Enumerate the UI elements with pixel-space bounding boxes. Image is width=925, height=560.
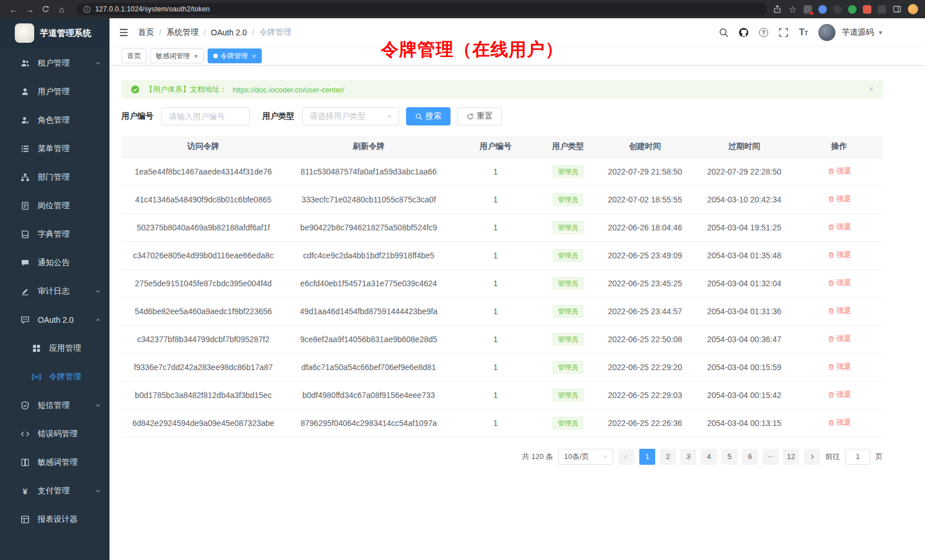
sidebar-toggle-icon[interactable] bbox=[119, 27, 129, 38]
github-icon[interactable] bbox=[739, 27, 749, 38]
goto-page-input[interactable] bbox=[845, 449, 870, 465]
force-logout-button[interactable]: 强退 bbox=[827, 417, 851, 428]
force-logout-button[interactable]: 强退 bbox=[827, 250, 851, 260]
pin-icon[interactable] bbox=[878, 5, 886, 14]
delete-icon bbox=[827, 168, 835, 175]
tab-oauth2-token[interactable]: 令牌管理× bbox=[208, 48, 262, 63]
browser-profile-avatar[interactable] bbox=[908, 4, 918, 14]
sidebar-item-role[interactable]: 角色管理 bbox=[0, 106, 109, 135]
prev-page-button[interactable] bbox=[618, 449, 634, 465]
tab-sensitive-word[interactable]: 敏感词管理× bbox=[150, 48, 204, 63]
create-time-cell: 2022-06-25 22:29:03 bbox=[597, 381, 693, 409]
more-pages-button[interactable] bbox=[762, 449, 778, 465]
page-button-5[interactable]: 5 bbox=[721, 449, 737, 465]
font-size-icon[interactable]: TT bbox=[798, 27, 809, 38]
table-row: 41c41346a548490f9dc8b01c6bfe0865333ecfc7… bbox=[121, 185, 883, 213]
extension-icon[interactable] bbox=[804, 5, 812, 14]
search-icon[interactable] bbox=[719, 27, 729, 38]
next-page-button[interactable] bbox=[804, 449, 820, 465]
tab-label: 令牌管理 bbox=[221, 51, 248, 61]
site-info-icon[interactable] bbox=[83, 6, 91, 13]
force-logout-button[interactable]: 强退 bbox=[827, 166, 851, 176]
tab-home[interactable]: 首页 bbox=[121, 48, 147, 63]
close-icon[interactable]: × bbox=[194, 52, 198, 60]
sidebar-item-pay[interactable]: ¥支付管理 bbox=[0, 477, 109, 505]
sidebar-item-label: 错误码管理 bbox=[38, 429, 78, 439]
force-logout-button[interactable]: 强退 bbox=[827, 222, 851, 232]
breadcrumb-item[interactable]: 首页 bbox=[138, 27, 154, 38]
breadcrumb-item[interactable]: OAuth 2.0 bbox=[211, 28, 247, 37]
sidebar-item-oauth2-token[interactable]: 令牌管理 bbox=[0, 363, 109, 391]
sidebar-item-tenant[interactable]: 租户管理 bbox=[0, 49, 109, 78]
browser-forward-button[interactable]: → bbox=[23, 2, 36, 16]
sidebar-item-label: 通知公告 bbox=[38, 258, 70, 268]
sidebar-item-sensitive-word[interactable]: 敏感词管理 bbox=[0, 448, 109, 477]
table-row: b0d1785bc3a8482f812db4a3f3bd15ecb0df4980… bbox=[121, 381, 883, 409]
address-bar[interactable]: 127.0.0.1:1024/system/oauth2/token bbox=[76, 3, 767, 15]
user-avatar[interactable] bbox=[818, 24, 835, 41]
user-id-cell: 1 bbox=[452, 269, 539, 297]
side-panel-icon[interactable] bbox=[892, 5, 902, 14]
column-header: 访问令牌 bbox=[121, 136, 285, 157]
search-button[interactable]: 搜索 bbox=[406, 107, 451, 125]
close-icon[interactable]: × bbox=[252, 52, 257, 60]
force-logout-button[interactable]: 强退 bbox=[827, 334, 851, 344]
sidebar-item-report[interactable]: 报表设计器 bbox=[0, 505, 109, 534]
force-logout-button[interactable]: 强退 bbox=[827, 389, 851, 400]
token-table: 访问令牌刷新令牌用户编号用户类型创建时间过期时间操作 1ea5e44f8bc14… bbox=[121, 136, 883, 437]
sidebar-item-dict[interactable]: 字典管理 bbox=[0, 220, 109, 249]
force-logout-button[interactable]: 强退 bbox=[827, 278, 851, 288]
user-id-cell: 1 bbox=[452, 353, 539, 381]
sidebar-item-menu[interactable]: 菜单管理 bbox=[0, 135, 109, 163]
page-button-6[interactable]: 6 bbox=[742, 449, 758, 465]
page-button-12[interactable]: 12 bbox=[783, 449, 799, 465]
browser-reload-button[interactable] bbox=[39, 2, 52, 16]
breadcrumb: 首页/系统管理/OAuth 2.0/令牌管理 bbox=[138, 27, 291, 38]
page-button-1[interactable]: 1 bbox=[639, 449, 655, 465]
bookmark-star-icon[interactable]: ☆ bbox=[788, 5, 797, 14]
sidebar-item-dept[interactable]: 部门管理 bbox=[0, 163, 109, 192]
force-logout-button[interactable]: 强退 bbox=[827, 362, 851, 372]
fullscreen-icon[interactable] bbox=[778, 27, 789, 38]
delete-icon bbox=[827, 279, 835, 287]
doc-link[interactable]: https://doc.iocoder.cn/user-center/ bbox=[233, 86, 344, 94]
sidebar-item-oauth2[interactable]: OAuth 2.0 bbox=[0, 306, 109, 334]
role-icon bbox=[21, 116, 30, 125]
sidebar-item-error-code[interactable]: 错误码管理 bbox=[0, 420, 109, 448]
reset-button[interactable]: 重置 bbox=[457, 107, 502, 125]
force-logout-button[interactable]: 强退 bbox=[827, 306, 851, 316]
page-size-select[interactable]: 10条/页 bbox=[558, 449, 613, 465]
browser-home-button[interactable]: ⌂ bbox=[55, 2, 68, 16]
page-button-3[interactable]: 3 bbox=[680, 449, 696, 465]
user-type-badge: 管理员 bbox=[553, 417, 583, 429]
alert-close-icon[interactable]: × bbox=[869, 84, 874, 95]
sidebar-item-post[interactable]: 岗位管理 bbox=[0, 192, 109, 220]
question-icon[interactable]: ? bbox=[758, 27, 769, 38]
annotation-overlay: 令牌管理（在线用户） bbox=[381, 38, 563, 62]
share-icon[interactable] bbox=[773, 5, 782, 14]
user-id-input[interactable] bbox=[161, 107, 250, 125]
extension-icon[interactable] bbox=[833, 5, 842, 14]
page-button-4[interactable]: 4 bbox=[701, 449, 717, 465]
user-type-cell: 管理员 bbox=[539, 157, 597, 185]
sidebar-item-audit-log[interactable]: 审计日志 bbox=[0, 277, 109, 306]
sidebar-item-notice[interactable]: 通知公告 bbox=[0, 249, 109, 277]
sidebar-item-sms[interactable]: 短信管理 bbox=[0, 391, 109, 420]
user-type-cell: 管理员 bbox=[539, 325, 597, 353]
browser-back-button[interactable]: ← bbox=[7, 2, 21, 16]
extensions-puzzle-icon[interactable] bbox=[863, 5, 871, 14]
sidebar-item-oauth2-app[interactable]: 应用管理 bbox=[0, 334, 109, 363]
page-button-2[interactable]: 2 bbox=[660, 449, 676, 465]
user-type-badge: 管理员 bbox=[553, 221, 583, 234]
user-name[interactable]: 芋道源码 bbox=[842, 27, 874, 38]
table-row: 275e5de9151045fe87cbdc395e004f4de6cfd40e… bbox=[121, 269, 883, 297]
force-logout-button[interactable]: 强退 bbox=[827, 194, 851, 204]
extension-icon[interactable] bbox=[848, 5, 857, 14]
caret-down-icon[interactable]: ▾ bbox=[879, 29, 882, 36]
sidebar-item-user[interactable]: 用户管理 bbox=[0, 78, 109, 106]
app-title: 芋道管理系统 bbox=[40, 28, 91, 39]
column-header: 过期时间 bbox=[693, 136, 796, 157]
extension-icon[interactable] bbox=[818, 5, 827, 14]
breadcrumb-item[interactable]: 系统管理 bbox=[167, 27, 198, 38]
user-type-select[interactable]: 请选择用户类型 bbox=[302, 107, 399, 125]
